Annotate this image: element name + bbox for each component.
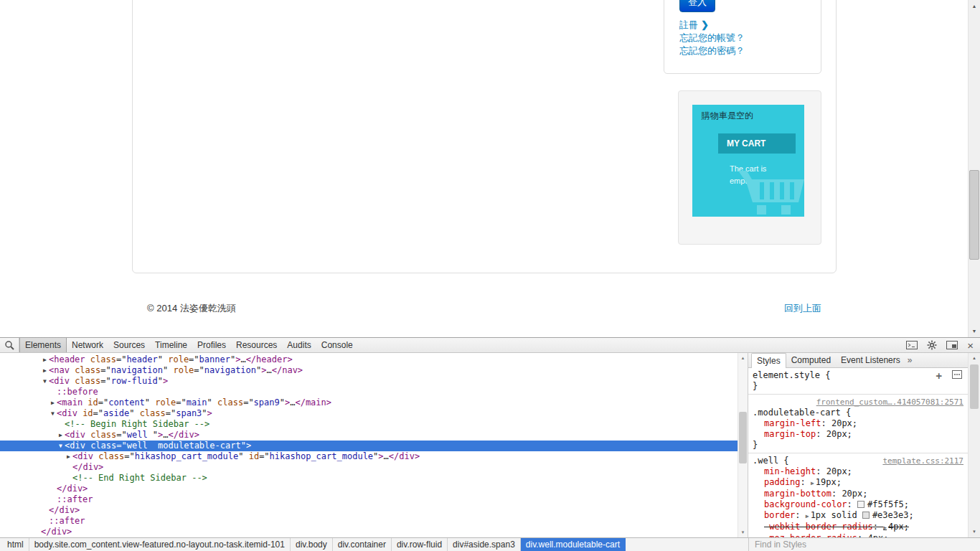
css-property[interactable]: margin-top: 20px; <box>753 429 963 440</box>
tree-row[interactable]: </div> <box>0 505 748 516</box>
tree-row[interactable]: ▶<div class="well ">…</div> <box>0 430 748 441</box>
css-property[interactable]: -webkit-border-radius: ▶4px; <box>753 522 963 533</box>
breadcrumb-item[interactable]: div.row-fluid <box>392 538 448 551</box>
new-style-rule-icon[interactable]: + <box>936 372 942 380</box>
expand-arrow-icon[interactable]: ▼ <box>49 408 57 419</box>
register-link[interactable]: 註冊 <box>679 19 698 32</box>
close-devtools-icon[interactable]: × <box>967 340 974 351</box>
settings-gear-icon[interactable] <box>927 340 937 350</box>
scroll-down-arrow-icon[interactable]: ▼ <box>738 528 748 537</box>
css-property[interactable]: background-color: #f5f5f5; <box>753 499 963 510</box>
devtools-panel: ElementsNetworkSourcesTimelineProfilesRe… <box>0 337 980 551</box>
devtools-tab-elements[interactable]: Elements <box>19 338 67 352</box>
scroll-up-arrow-icon[interactable]: ▲ <box>969 0 980 12</box>
tree-row[interactable]: ▼<div class="row-fluid"> <box>0 376 748 387</box>
shorthand-expand-icon[interactable]: ▶ <box>811 480 814 486</box>
tree-row[interactable]: ▶<div class="hikashop_cart_module" id="h… <box>0 451 748 462</box>
screen: 登入 註冊❯ 忘記您的帳號？ 忘記您的密碼？ 購物車是空的 MY CART Th… <box>0 0 980 551</box>
element-state-icon[interactable] <box>952 370 962 382</box>
devtools-tab-profiles[interactable]: Profiles <box>192 338 231 352</box>
css-property-name: margin-left <box>764 418 821 428</box>
cart-well: 購物車是空的 MY CART The cart is empty <box>678 90 821 245</box>
devtools-tab-resources[interactable]: Resources <box>231 338 282 352</box>
color-swatch[interactable] <box>857 501 864 508</box>
styles-rules: +element.style {}frontend_custom….414057… <box>748 368 968 537</box>
scrollbar-thumb[interactable] <box>969 170 979 260</box>
styles-scrollbar[interactable]: ▲ ▼ <box>968 353 980 537</box>
shorthand-expand-icon[interactable]: ▶ <box>883 524 887 531</box>
forgot-password-link[interactable]: 忘記您的密碼？ <box>679 44 745 57</box>
scrollbar-thumb[interactable] <box>739 412 747 463</box>
forgot-username-link[interactable]: 忘記您的帳號？ <box>679 32 745 44</box>
css-property-name: padding <box>764 477 801 487</box>
shorthand-expand-icon[interactable]: ▶ <box>806 513 809 519</box>
devtools-toolbar: ElementsNetworkSourcesTimelineProfilesRe… <box>0 338 980 353</box>
scroll-down-arrow-icon[interactable]: ▼ <box>969 527 980 537</box>
find-in-styles-input[interactable]: Find in Styles <box>748 538 980 551</box>
breadcrumb-item[interactable]: body.site.com_content.view-featured.no-l… <box>29 538 291 551</box>
inspect-element-icon[interactable] <box>0 338 19 352</box>
css-selector[interactable]: element.style { <box>753 370 963 381</box>
devtools-tab-network[interactable]: Network <box>67 338 108 352</box>
css-property[interactable]: margin-left: 20px; <box>753 418 963 429</box>
scroll-up-arrow-icon[interactable]: ▲ <box>738 354 748 362</box>
tree-row[interactable]: ▶<nav class="navigation" role="navigatio… <box>0 365 748 376</box>
css-selector[interactable]: .moduletable-cart { <box>753 408 963 418</box>
css-property[interactable]: min-height: 20px; <box>753 466 963 477</box>
elements-scrollbar[interactable]: ▲ ▼ <box>738 353 748 537</box>
expand-arrow-icon[interactable]: ▼ <box>57 441 65 451</box>
css-property[interactable]: margin-bottom: 20px; <box>753 489 963 499</box>
console-drawer-icon[interactable] <box>906 341 918 349</box>
back-to-top-link[interactable]: 回到上面 <box>784 302 821 315</box>
stylesheet-link[interactable]: template.css:2117 <box>882 456 963 466</box>
css-property-name: margin-top <box>764 429 816 439</box>
css-property[interactable]: padding: ▶19px; <box>753 477 963 489</box>
breadcrumb-item[interactable]: div.body <box>291 538 333 551</box>
tree-row[interactable]: ::after <box>0 494 748 505</box>
tree-row[interactable]: </div> <box>0 484 748 494</box>
expand-arrow-icon[interactable]: ▶ <box>49 397 57 408</box>
expand-arrow-icon[interactable]: ▼ <box>41 376 49 387</box>
tree-row[interactable]: ▼<div id="aside" class="span3"> <box>0 408 748 419</box>
tree-row[interactable]: ▶<main id="content" role="main" class="s… <box>0 397 748 408</box>
breadcrumb-item[interactable]: div#aside.span3 <box>448 538 521 551</box>
tree-row[interactable]: <!-- Begin Right Sidebar --> <box>0 419 748 430</box>
tree-row[interactable]: </div> <box>0 527 748 537</box>
devtools-bottombar: htmlbody.site.com_content.view-featured.… <box>0 537 980 551</box>
overflow-chevron-icon[interactable]: » <box>908 355 913 367</box>
devtools-tab-timeline[interactable]: Timeline <box>150 338 192 352</box>
page-footer: 回到上面 © 2014 法姿優乾洗頭 <box>132 302 837 315</box>
style-rule: frontend_custom….414057081:2571.moduleta… <box>748 395 968 453</box>
stylesheet-link[interactable]: frontend_custom….414057081:2571 <box>753 397 963 408</box>
tree-row[interactable]: ::after <box>0 516 748 527</box>
tree-row[interactable]: </div> <box>0 462 748 473</box>
sidebar-tab-computed[interactable]: Computed <box>786 353 836 367</box>
tree-row[interactable]: ::before <box>0 387 748 397</box>
cart-empty-text-zh: 購物車是空的 <box>702 110 753 122</box>
scroll-down-arrow-icon[interactable]: ▼ <box>969 325 980 337</box>
page-scrollbar[interactable]: ▲ ▼ <box>968 0 980 337</box>
scrollbar-thumb[interactable] <box>970 364 979 409</box>
css-property[interactable]: border: ▶1px solid #e3e3e3; <box>753 510 963 522</box>
dock-side-icon[interactable] <box>946 341 958 349</box>
expand-arrow-icon[interactable]: ▶ <box>65 451 72 462</box>
devtools-tab-sources[interactable]: Sources <box>108 338 150 352</box>
devtools-tab-console[interactable]: Console <box>316 338 358 352</box>
expand-arrow-icon[interactable]: ▶ <box>57 430 65 441</box>
color-swatch[interactable] <box>862 512 870 519</box>
tree-row[interactable]: <!-- End Right Sidebar --> <box>0 473 748 484</box>
scroll-up-arrow-icon[interactable]: ▲ <box>969 354 980 363</box>
devtools-tab-audits[interactable]: Audits <box>282 338 316 352</box>
tree-row[interactable]: ▼<div class="well moduletable-cart"> <box>0 441 748 451</box>
breadcrumb-item[interactable]: html <box>2 538 29 551</box>
expand-arrow-icon[interactable]: ▶ <box>41 354 49 365</box>
css-property-name: -webkit-border-radius <box>764 522 873 532</box>
sidebar-tab-event-listeners[interactable]: Event Listeners <box>836 353 905 367</box>
sidebar-tab-styles[interactable]: Styles <box>751 353 786 368</box>
tree-row[interactable]: ▶<header class="header" role="banner">…<… <box>0 354 748 365</box>
breadcrumb-item[interactable]: div.well.moduletable-cart <box>521 538 626 551</box>
breadcrumb-item[interactable]: div.container <box>333 538 392 551</box>
expand-arrow-icon[interactable]: ▶ <box>41 365 49 376</box>
rule-header-icons: + <box>936 370 962 382</box>
login-button[interactable]: 登入 <box>679 0 715 12</box>
